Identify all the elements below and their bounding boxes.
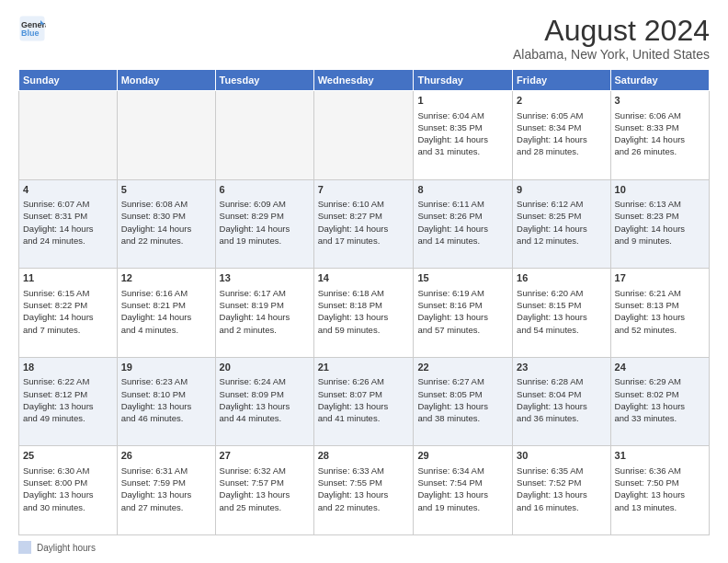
day-number: 17 [615,271,705,285]
calendar-table: SundayMondayTuesdayWednesdayThursdayFrid… [18,69,710,535]
calendar-day: 2Sunrise: 6:05 AM Sunset: 8:34 PM Daylig… [513,91,610,180]
day-info: Sunrise: 6:11 AM Sunset: 8:26 PM Dayligh… [417,199,488,246]
day-number: 22 [417,361,508,374]
col-header-saturday: Saturday [610,70,709,91]
day-info: Sunrise: 6:23 AM Sunset: 8:10 PM Dayligh… [121,376,192,423]
day-number: 24 [615,361,705,374]
day-info: Sunrise: 6:32 AM Sunset: 7:57 PM Dayligh… [220,465,290,512]
day-number: 28 [318,449,410,463]
day-number: 26 [121,449,211,463]
calendar-day: 29Sunrise: 6:34 AM Sunset: 7:54 PM Dayli… [414,446,513,535]
calendar-day: 25Sunrise: 6:30 AM Sunset: 8:00 PM Dayli… [19,446,118,535]
calendar-day: 15Sunrise: 6:19 AM Sunset: 8:16 PM Dayli… [414,269,513,358]
daylight-legend-box [18,541,31,554]
day-number: 8 [417,183,508,197]
day-number: 31 [615,449,705,463]
day-info: Sunrise: 6:28 AM Sunset: 8:04 PM Dayligh… [517,376,587,423]
day-number: 29 [417,449,508,463]
day-info: Sunrise: 6:15 AM Sunset: 8:22 PM Dayligh… [23,288,94,335]
col-header-tuesday: Tuesday [215,70,313,91]
day-number: 9 [517,183,606,197]
calendar-day: 11Sunrise: 6:15 AM Sunset: 8:22 PM Dayli… [19,269,118,358]
calendar-day: 30Sunrise: 6:35 AM Sunset: 7:52 PM Dayli… [513,446,610,535]
calendar-week-1: 1Sunrise: 6:04 AM Sunset: 8:35 PM Daylig… [19,91,710,180]
day-number: 21 [318,361,410,374]
day-number: 16 [517,271,606,285]
calendar-day: 10Sunrise: 6:13 AM Sunset: 8:23 PM Dayli… [610,179,709,269]
calendar-day: 20Sunrise: 6:24 AM Sunset: 8:09 PM Dayli… [215,357,313,446]
calendar-day: 22Sunrise: 6:27 AM Sunset: 8:05 PM Dayli… [414,357,513,446]
logo-icon: General Blue [18,15,46,42]
calendar-day: 3Sunrise: 6:06 AM Sunset: 8:33 PM Daylig… [610,91,709,180]
calendar-day [117,91,215,180]
calendar-day: 14Sunrise: 6:18 AM Sunset: 8:18 PM Dayli… [313,269,414,358]
day-info: Sunrise: 6:16 AM Sunset: 8:21 PM Dayligh… [121,288,192,335]
calendar-week-5: 25Sunrise: 6:30 AM Sunset: 8:00 PM Dayli… [19,446,710,535]
day-number: 6 [220,183,310,197]
calendar-day: 9Sunrise: 6:12 AM Sunset: 8:25 PM Daylig… [513,179,610,269]
title-block: August 2024 Alabama, New York, United St… [513,15,710,62]
day-number: 30 [517,449,606,463]
subtitle: Alabama, New York, United States [513,47,710,62]
day-number: 10 [615,183,705,197]
day-info: Sunrise: 6:36 AM Sunset: 7:50 PM Dayligh… [615,465,686,512]
day-number: 1 [417,94,508,108]
svg-text:Blue: Blue [21,29,40,38]
day-info: Sunrise: 6:07 AM Sunset: 8:31 PM Dayligh… [23,199,94,246]
calendar-day: 7Sunrise: 6:10 AM Sunset: 8:27 PM Daylig… [313,179,414,269]
calendar-day: 23Sunrise: 6:28 AM Sunset: 8:04 PM Dayli… [513,357,610,446]
day-number: 4 [23,183,113,197]
calendar-week-3: 11Sunrise: 6:15 AM Sunset: 8:22 PM Dayli… [19,269,710,358]
calendar-header-row: SundayMondayTuesdayWednesdayThursdayFrid… [19,70,710,91]
calendar-day: 18Sunrise: 6:22 AM Sunset: 8:12 PM Dayli… [19,357,118,446]
day-number: 11 [23,271,113,285]
day-info: Sunrise: 6:20 AM Sunset: 8:15 PM Dayligh… [517,288,587,335]
day-info: Sunrise: 6:35 AM Sunset: 7:52 PM Dayligh… [517,465,587,512]
calendar-day: 28Sunrise: 6:33 AM Sunset: 7:55 PM Dayli… [313,446,414,535]
calendar-week-2: 4Sunrise: 6:07 AM Sunset: 8:31 PM Daylig… [19,179,710,269]
day-info: Sunrise: 6:05 AM Sunset: 8:34 PM Dayligh… [517,110,587,157]
main-title: August 2024 [513,15,710,47]
daylight-label: Daylight hours [37,543,96,553]
day-number: 18 [23,361,113,374]
day-info: Sunrise: 6:21 AM Sunset: 8:13 PM Dayligh… [615,288,686,335]
day-info: Sunrise: 6:10 AM Sunset: 8:27 PM Dayligh… [318,199,389,246]
day-number: 15 [417,271,508,285]
day-info: Sunrise: 6:33 AM Sunset: 7:55 PM Dayligh… [318,465,389,512]
day-info: Sunrise: 6:26 AM Sunset: 8:07 PM Dayligh… [318,376,389,423]
calendar-day: 8Sunrise: 6:11 AM Sunset: 8:26 PM Daylig… [414,179,513,269]
day-number: 23 [517,361,606,374]
calendar-day [19,91,118,180]
day-number: 25 [23,449,113,463]
day-number: 14 [318,271,410,285]
day-info: Sunrise: 6:08 AM Sunset: 8:30 PM Dayligh… [121,199,192,246]
day-number: 27 [220,449,310,463]
calendar-day: 5Sunrise: 6:08 AM Sunset: 8:30 PM Daylig… [117,179,215,269]
calendar-day: 4Sunrise: 6:07 AM Sunset: 8:31 PM Daylig… [19,179,118,269]
calendar-day: 26Sunrise: 6:31 AM Sunset: 7:59 PM Dayli… [117,446,215,535]
day-number: 2 [517,94,606,108]
logo: General Blue [18,15,46,42]
calendar-day: 27Sunrise: 6:32 AM Sunset: 7:57 PM Dayli… [215,446,313,535]
day-info: Sunrise: 6:09 AM Sunset: 8:29 PM Dayligh… [220,199,290,246]
calendar-day: 16Sunrise: 6:20 AM Sunset: 8:15 PM Dayli… [513,269,610,358]
calendar-body: 1Sunrise: 6:04 AM Sunset: 8:35 PM Daylig… [19,91,710,535]
col-header-wednesday: Wednesday [313,70,414,91]
day-info: Sunrise: 6:27 AM Sunset: 8:05 PM Dayligh… [417,376,488,423]
day-info: Sunrise: 6:06 AM Sunset: 8:33 PM Dayligh… [615,110,686,157]
day-info: Sunrise: 6:13 AM Sunset: 8:23 PM Dayligh… [615,199,686,246]
day-info: Sunrise: 6:24 AM Sunset: 8:09 PM Dayligh… [220,376,290,423]
calendar-day: 31Sunrise: 6:36 AM Sunset: 7:50 PM Dayli… [610,446,709,535]
day-info: Sunrise: 6:12 AM Sunset: 8:25 PM Dayligh… [517,199,587,246]
day-info: Sunrise: 6:34 AM Sunset: 7:54 PM Dayligh… [417,465,488,512]
day-info: Sunrise: 6:22 AM Sunset: 8:12 PM Dayligh… [23,376,94,423]
calendar-day: 19Sunrise: 6:23 AM Sunset: 8:10 PM Dayli… [117,357,215,446]
footer: Daylight hours [18,541,710,554]
calendar-day [215,91,313,180]
calendar-day: 17Sunrise: 6:21 AM Sunset: 8:13 PM Dayli… [610,269,709,358]
day-number: 20 [220,361,310,374]
col-header-thursday: Thursday [414,70,513,91]
day-number: 7 [318,183,410,197]
day-number: 3 [615,94,705,108]
calendar-day [313,91,414,180]
